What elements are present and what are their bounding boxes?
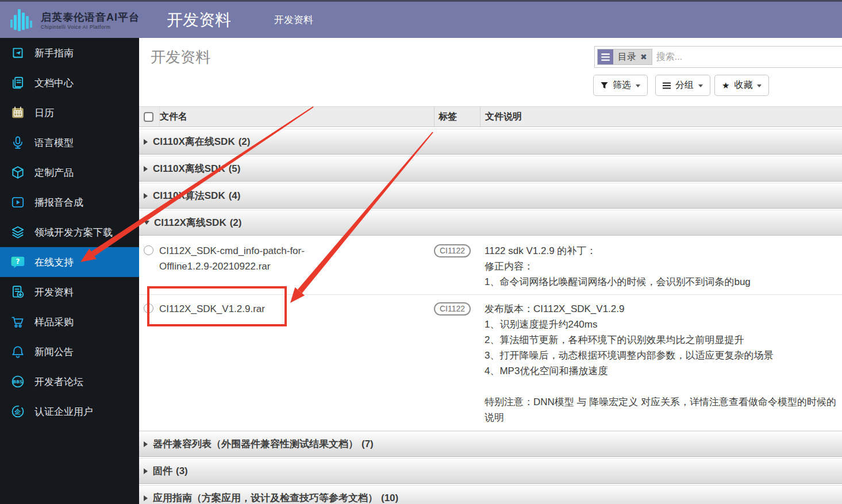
product-box-icon [10, 165, 25, 180]
column-header-tag[interactable]: 标签 [434, 107, 480, 126]
filter-button-label: 筛选 [613, 79, 631, 91]
bbs-forum-icon: BBS [10, 374, 25, 389]
description-line: 1122 sdk V1.2.9 的补丁： [485, 243, 842, 259]
search-input[interactable] [652, 52, 842, 62]
search-bar[interactable]: 目录 ✖ [594, 46, 842, 68]
description-line [485, 379, 842, 394]
row-checkbox[interactable] [144, 303, 153, 313]
file-name[interactable]: CI112X_SDK_V1.2.9.rar [159, 301, 327, 317]
group-label: CI112X离线SDK [154, 216, 226, 229]
group-label: 应用指南（方案应用，设计及检查技巧等参考文档） [153, 491, 378, 504]
top-header: 启英泰伦语音AI平台 Chipintelli Voice AI Platform… [0, 0, 842, 38]
bell-icon [10, 344, 25, 359]
filter-button[interactable]: 筛选 [593, 75, 648, 96]
select-all-checkbox[interactable] [144, 112, 153, 122]
sidebar-item-sample-purchase[interactable]: 样品采购 [0, 307, 139, 337]
description-line: 修正内容： [485, 259, 842, 274]
layers-icon [10, 225, 25, 240]
sidebar-item-label: 样品采购 [34, 316, 74, 329]
group-count: (4) [229, 190, 241, 202]
sidebar-item-enterprise-cert[interactable]: 企 认证企业用户 [0, 397, 139, 426]
sidebar-item-calendar[interactable]: 日历 [0, 98, 139, 128]
facet-label: 目录 [618, 51, 636, 63]
sidebar-item-label: 新手指南 [34, 47, 74, 60]
group-count: (7) [362, 438, 374, 450]
caret-down-icon [757, 84, 762, 87]
expand-arrow-icon [144, 441, 148, 447]
description-line: 1、识别速度提升约240ms [485, 317, 842, 332]
group-count: (5) [229, 163, 241, 175]
group-label: 固件 [153, 464, 172, 478]
sidebar-item-label: 认证企业用户 [34, 405, 93, 418]
expand-arrow-icon [144, 139, 148, 145]
group-count: (10) [381, 493, 398, 504]
chat-question-icon: ? [10, 255, 25, 270]
group-label: CI110X离线SDK [153, 162, 225, 175]
tag-badge: CI1122 [434, 244, 471, 257]
facet-remove-icon[interactable]: ✖ [640, 52, 647, 61]
main-content: 开发资料 目录 ✖ 筛选 分组 [139, 38, 842, 504]
logo-subtitle: Chipintelli Voice AI Platform [41, 24, 140, 30]
sidebar-item-label: 开发者论坛 [34, 375, 83, 388]
file-row-sdk-v129[interactable]: CI112X_SDK_V1.2.9.rar CI1122 发布版本：CI112X… [139, 295, 842, 431]
funnel-icon [601, 82, 608, 89]
favorites-button[interactable]: ★ 收藏 [714, 75, 769, 96]
sidebar-item-label: 开发资料 [34, 286, 74, 299]
sidebar-item-beginner-guide[interactable]: 新手指南 [0, 38, 139, 68]
file-row-patch[interactable]: CI112X_SDK-cmd_info-patch-for-Offline1.2… [139, 237, 842, 295]
tag-badge: CI1122 [434, 302, 471, 316]
group-row-ci110x-online-offline-sdk[interactable]: CI110X离在线SDK (2) [139, 129, 842, 155]
page-title: 开发资料 [151, 47, 210, 67]
group-count: (3) [176, 465, 188, 477]
column-header-description[interactable]: 文件说明 [480, 107, 842, 126]
documents-icon [10, 75, 25, 90]
svg-text:?: ? [16, 257, 20, 266]
sidebar-item-doc-center[interactable]: 文档中心 [0, 68, 139, 98]
svg-text:BBS: BBS [13, 379, 22, 384]
expand-arrow-icon [144, 495, 148, 501]
play-icon [10, 195, 25, 210]
group-lines-icon [663, 82, 671, 89]
description-line: 2、算法细节更新，各种环境下的识别效果均比之前明显提升 [485, 332, 842, 348]
group-row-firmware[interactable]: 固件 (3) [139, 458, 842, 484]
description-line: 4、MP3优化空间和播放速度 [485, 363, 842, 379]
sidebar-item-label: 新闻公告 [34, 345, 74, 359]
group-row-application-guide[interactable]: 应用指南（方案应用，设计及检查技巧等参考文档） (10) [139, 485, 842, 504]
guide-book-icon [10, 45, 25, 60]
file-name[interactable]: CI112X_SDK-cmd_info-patch-for-Offline1.2… [159, 243, 327, 274]
group-row-ci110x-algorithm-sdk[interactable]: CI110X算法SDK (4) [139, 183, 842, 209]
sidebar-item-dev-materials[interactable]: 开发资料 [0, 277, 139, 307]
facet-list-icon [598, 49, 613, 64]
group-button-label: 分组 [675, 79, 694, 91]
sidebar-item-label: 播报音合成 [34, 196, 83, 209]
caret-down-icon [698, 84, 703, 87]
sidebar-nav: 新手指南 文档中心 日历 语言模型 定制产品 [0, 38, 139, 504]
collapse-arrow-icon [144, 221, 149, 225]
download-doc-icon [10, 284, 25, 299]
sidebar-item-language-model[interactable]: 语言模型 [0, 128, 139, 157]
table-header-row: 文件名 标签 文件说明 [139, 106, 842, 127]
expand-arrow-icon [144, 468, 148, 474]
group-row-device-compat-list[interactable]: 器件兼容列表（外围器件兼容性测试结果文档） (7) [139, 431, 842, 457]
sidebar-item-developer-forum[interactable]: BBS 开发者论坛 [0, 367, 139, 397]
group-label: 器件兼容列表（外围器件兼容性测试结果文档） [153, 437, 358, 451]
row-checkbox[interactable] [144, 245, 153, 255]
sidebar-item-label: 在线支持 [34, 256, 74, 269]
column-header-filename[interactable]: 文件名 [159, 107, 434, 126]
group-row-ci112x-offline-sdk-expanded[interactable]: CI112X离线SDK (2) [139, 210, 842, 236]
sidebar-item-online-support[interactable]: ? 在线支持 [0, 247, 139, 277]
sidebar-item-domain-solutions[interactable]: 领域开发方案下载 [0, 217, 139, 247]
group-label: CI110X离在线SDK [153, 135, 235, 148]
group-by-button[interactable]: 分组 [655, 75, 710, 96]
sidebar-item-label: 语言模型 [34, 136, 74, 149]
sidebar-item-news[interactable]: 新闻公告 [0, 337, 139, 367]
header-menu-item[interactable]: 开发资料 [274, 13, 313, 26]
logo-title: 启英泰伦语音AI平台 [41, 10, 140, 24]
sidebar-item-label: 领域开发方案下载 [34, 226, 113, 239]
sidebar-item-custom-products[interactable]: 定制产品 [0, 157, 139, 187]
star-icon: ★ [722, 81, 729, 90]
enterprise-badge-icon: 企 [10, 404, 25, 419]
sidebar-item-broadcast-synthesis[interactable]: 播报音合成 [0, 187, 139, 217]
group-row-ci110x-offline-sdk[interactable]: CI110X离线SDK (5) [139, 156, 842, 182]
description-line: 特别注意：DNN模型 与 降噪宏定义 对应关系，详情注意查看做命令模型的时候的说… [485, 394, 842, 425]
